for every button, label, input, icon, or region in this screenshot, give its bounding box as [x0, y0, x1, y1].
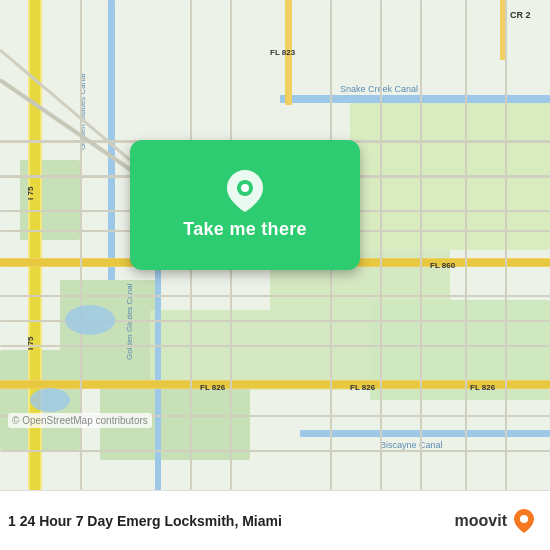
svg-rect-48 [380, 0, 382, 490]
svg-rect-10 [280, 95, 550, 103]
svg-text:FL 826: FL 826 [200, 383, 226, 392]
svg-rect-49 [420, 0, 422, 490]
svg-rect-51 [505, 0, 507, 490]
svg-rect-41 [0, 345, 550, 347]
map-container: Snake Creek Canal Golden Glades Canal Go… [0, 0, 550, 490]
svg-text:FL 823: FL 823 [270, 48, 296, 57]
svg-text:FL 860: FL 860 [430, 261, 456, 270]
bottom-bar: 1 24 Hour 7 Day Emerg Locksmith, Miami m… [0, 490, 550, 550]
svg-point-55 [30, 388, 70, 412]
svg-text:Biscayne Canal: Biscayne Canal [380, 440, 443, 450]
svg-point-57 [241, 184, 249, 192]
location-pin-icon [225, 171, 265, 211]
business-info: 1 24 Hour 7 Day Emerg Locksmith, Miami [8, 513, 282, 529]
svg-text:I 75: I 75 [26, 336, 35, 350]
svg-text:CR 2: CR 2 [510, 10, 531, 20]
take-me-there-label: Take me there [183, 219, 307, 240]
moovit-pin-icon [510, 507, 538, 535]
svg-rect-27 [0, 381, 550, 388]
svg-point-54 [65, 305, 115, 335]
moovit-text: moovit [455, 512, 507, 530]
map-attribution: © OpenStreetMap contributors [8, 413, 152, 428]
svg-text:FL 826: FL 826 [470, 383, 496, 392]
take-me-there-card[interactable]: Take me there [130, 140, 360, 270]
svg-text:FL 826: FL 826 [350, 383, 376, 392]
svg-text:I 75: I 75 [26, 186, 35, 200]
moovit-logo: moovit [455, 507, 538, 535]
svg-rect-16 [300, 430, 550, 437]
business-name: 1 24 Hour 7 Day Emerg Locksmith, Miami [8, 513, 282, 529]
svg-text:Snake Creek Canal: Snake Creek Canal [340, 84, 418, 94]
svg-point-58 [520, 515, 528, 523]
svg-rect-43 [0, 450, 550, 452]
svg-rect-50 [465, 0, 467, 490]
svg-rect-39 [0, 295, 550, 297]
